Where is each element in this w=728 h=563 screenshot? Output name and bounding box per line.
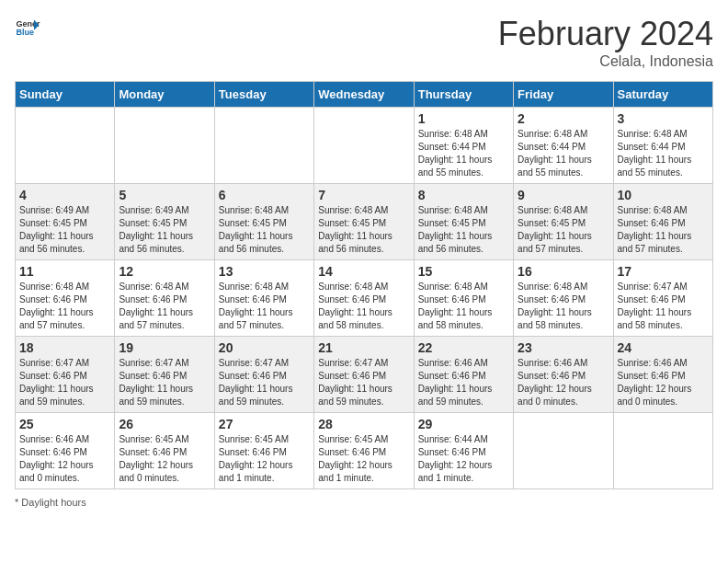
day-info: Sunrise: 6:45 AMSunset: 6:46 PMDaylight:… (219, 433, 310, 485)
footer-note: * Daylight hours (15, 497, 713, 508)
day-header-tuesday: Tuesday (214, 82, 313, 108)
day-header-saturday: Saturday (613, 82, 712, 108)
day-header-thursday: Thursday (414, 82, 513, 108)
day-number: 11 (19, 264, 110, 279)
day-number: 19 (119, 340, 210, 355)
calendar-cell: 12Sunrise: 6:48 AMSunset: 6:46 PMDayligh… (115, 260, 214, 337)
day-number: 22 (418, 340, 509, 355)
day-number: 5 (119, 188, 210, 202)
day-number: 4 (19, 188, 110, 202)
calendar-cell: 29Sunrise: 6:44 AMSunset: 6:46 PMDayligh… (414, 413, 513, 489)
calendar-cell (214, 108, 313, 184)
calendar-cell: 7Sunrise: 6:48 AMSunset: 6:45 PMDaylight… (314, 184, 414, 260)
day-info: Sunrise: 6:46 AMSunset: 6:46 PMDaylight:… (418, 357, 509, 408)
calendar-cell: 20Sunrise: 6:47 AMSunset: 6:46 PMDayligh… (214, 337, 313, 413)
logo-icon: General Blue (15, 15, 40, 40)
day-info: Sunrise: 6:48 AMSunset: 6:46 PMDaylight:… (19, 281, 110, 332)
calendar-cell: 25Sunrise: 6:46 AMSunset: 6:46 PMDayligh… (16, 413, 115, 489)
calendar-cell: 6Sunrise: 6:48 AMSunset: 6:45 PMDaylight… (214, 184, 313, 260)
day-number: 27 (219, 417, 310, 431)
day-number: 25 (19, 417, 110, 431)
month-title: February 2024 (498, 15, 713, 53)
calendar-cell: 3Sunrise: 6:48 AMSunset: 6:44 PMDaylight… (613, 108, 712, 184)
calendar-cell: 1Sunrise: 6:48 AMSunset: 6:44 PMDaylight… (414, 108, 513, 184)
calendar-cell: 26Sunrise: 6:45 AMSunset: 6:46 PMDayligh… (115, 413, 214, 489)
calendar-week-row: 4Sunrise: 6:49 AMSunset: 6:45 PMDaylight… (16, 184, 713, 260)
day-header-monday: Monday (115, 82, 214, 108)
day-number: 28 (318, 417, 409, 431)
day-info: Sunrise: 6:48 AMSunset: 6:45 PMDaylight:… (318, 204, 409, 256)
day-number: 26 (119, 417, 210, 431)
day-number: 17 (618, 264, 709, 279)
day-header-friday: Friday (514, 82, 613, 108)
calendar-cell: 22Sunrise: 6:46 AMSunset: 6:46 PMDayligh… (414, 337, 513, 413)
day-info: Sunrise: 6:46 AMSunset: 6:46 PMDaylight:… (618, 357, 709, 408)
calendar-cell: 21Sunrise: 6:47 AMSunset: 6:46 PMDayligh… (314, 337, 414, 413)
calendar-cell (613, 413, 712, 489)
calendar-cell: 2Sunrise: 6:48 AMSunset: 6:44 PMDaylight… (514, 108, 613, 184)
day-info: Sunrise: 6:47 AMSunset: 6:46 PMDaylight:… (119, 357, 210, 408)
day-info: Sunrise: 6:48 AMSunset: 6:46 PMDaylight:… (418, 281, 509, 332)
calendar-cell: 4Sunrise: 6:49 AMSunset: 6:45 PMDaylight… (16, 184, 115, 260)
day-number: 9 (518, 188, 609, 202)
day-number: 23 (518, 340, 609, 355)
calendar-cell: 18Sunrise: 6:47 AMSunset: 6:46 PMDayligh… (16, 337, 115, 413)
day-info: Sunrise: 6:48 AMSunset: 6:46 PMDaylight:… (219, 281, 310, 332)
svg-text:Blue: Blue (16, 28, 34, 37)
day-info: Sunrise: 6:44 AMSunset: 6:46 PMDaylight:… (418, 433, 509, 485)
day-header-sunday: Sunday (16, 82, 115, 108)
day-info: Sunrise: 6:47 AMSunset: 6:46 PMDaylight:… (618, 281, 709, 332)
logo: General Blue (15, 15, 40, 40)
day-number: 18 (19, 340, 110, 355)
calendar-header-row: SundayMondayTuesdayWednesdayThursdayFrid… (16, 82, 713, 108)
calendar-cell: 13Sunrise: 6:48 AMSunset: 6:46 PMDayligh… (214, 260, 313, 337)
day-number: 8 (418, 188, 509, 202)
day-info: Sunrise: 6:48 AMSunset: 6:46 PMDaylight:… (318, 281, 409, 332)
day-number: 13 (219, 264, 310, 279)
day-info: Sunrise: 6:48 AMSunset: 6:44 PMDaylight:… (418, 128, 509, 179)
calendar-cell: 14Sunrise: 6:48 AMSunset: 6:46 PMDayligh… (314, 260, 414, 337)
calendar-cell (514, 413, 613, 489)
calendar-cell: 8Sunrise: 6:48 AMSunset: 6:45 PMDaylight… (414, 184, 513, 260)
calendar-cell: 17Sunrise: 6:47 AMSunset: 6:46 PMDayligh… (613, 260, 712, 337)
day-info: Sunrise: 6:48 AMSunset: 6:46 PMDaylight:… (618, 204, 709, 256)
header: General Blue February 2024 Celala, Indon… (15, 15, 713, 70)
title-area: February 2024 Celala, Indonesia (498, 15, 713, 70)
day-info: Sunrise: 6:47 AMSunset: 6:46 PMDaylight:… (219, 357, 310, 408)
day-number: 15 (418, 264, 509, 279)
day-info: Sunrise: 6:45 AMSunset: 6:46 PMDaylight:… (318, 433, 409, 485)
day-number: 14 (318, 264, 409, 279)
calendar-cell (314, 108, 414, 184)
calendar-table: SundayMondayTuesdayWednesdayThursdayFrid… (15, 81, 713, 489)
day-number: 2 (518, 111, 609, 126)
calendar-cell: 24Sunrise: 6:46 AMSunset: 6:46 PMDayligh… (613, 337, 712, 413)
day-info: Sunrise: 6:45 AMSunset: 6:46 PMDaylight:… (119, 433, 210, 485)
day-number: 24 (618, 340, 709, 355)
day-info: Sunrise: 6:49 AMSunset: 6:45 PMDaylight:… (119, 204, 210, 256)
day-number: 12 (119, 264, 210, 279)
calendar-cell: 9Sunrise: 6:48 AMSunset: 6:45 PMDaylight… (514, 184, 613, 260)
day-info: Sunrise: 6:46 AMSunset: 6:46 PMDaylight:… (518, 357, 609, 408)
calendar-week-row: 1Sunrise: 6:48 AMSunset: 6:44 PMDaylight… (16, 108, 713, 184)
day-number: 21 (318, 340, 409, 355)
calendar-cell: 27Sunrise: 6:45 AMSunset: 6:46 PMDayligh… (214, 413, 313, 489)
calendar-cell: 28Sunrise: 6:45 AMSunset: 6:46 PMDayligh… (314, 413, 414, 489)
day-number: 3 (618, 111, 709, 126)
calendar-week-row: 11Sunrise: 6:48 AMSunset: 6:46 PMDayligh… (16, 260, 713, 337)
day-info: Sunrise: 6:48 AMSunset: 6:45 PMDaylight:… (418, 204, 509, 256)
calendar-week-row: 18Sunrise: 6:47 AMSunset: 6:46 PMDayligh… (16, 337, 713, 413)
day-number: 7 (318, 188, 409, 202)
day-number: 20 (219, 340, 310, 355)
day-info: Sunrise: 6:48 AMSunset: 6:45 PMDaylight:… (518, 204, 609, 256)
calendar-cell: 11Sunrise: 6:48 AMSunset: 6:46 PMDayligh… (16, 260, 115, 337)
day-number: 16 (518, 264, 609, 279)
calendar-cell: 16Sunrise: 6:48 AMSunset: 6:46 PMDayligh… (514, 260, 613, 337)
day-info: Sunrise: 6:48 AMSunset: 6:45 PMDaylight:… (219, 204, 310, 256)
calendar-week-row: 25Sunrise: 6:46 AMSunset: 6:46 PMDayligh… (16, 413, 713, 489)
day-info: Sunrise: 6:47 AMSunset: 6:46 PMDaylight:… (19, 357, 110, 408)
day-info: Sunrise: 6:48 AMSunset: 6:44 PMDaylight:… (618, 128, 709, 179)
day-info: Sunrise: 6:46 AMSunset: 6:46 PMDaylight:… (19, 433, 110, 485)
day-number: 6 (219, 188, 310, 202)
calendar-cell: 10Sunrise: 6:48 AMSunset: 6:46 PMDayligh… (613, 184, 712, 260)
day-header-wednesday: Wednesday (314, 82, 414, 108)
